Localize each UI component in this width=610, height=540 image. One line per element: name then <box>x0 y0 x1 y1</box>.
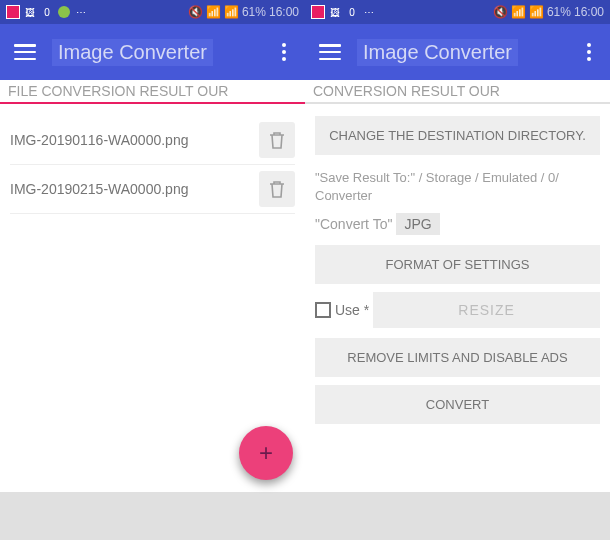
settings-panel: CHANGE THE DESTINATION DIRECTORY. "Save … <box>305 104 610 492</box>
convert-to-row: "Convert To" JPG <box>315 213 600 235</box>
notif-icon-3: 0 <box>40 5 54 19</box>
list-item[interactable]: IMG-20190215-WA0000.png <box>10 165 295 214</box>
section-header: FILE CONVERSION RESULT OUR <box>0 80 305 104</box>
trash-icon <box>268 179 286 199</box>
signal-icon: 📶 <box>224 5 239 19</box>
convert-button[interactable]: CONVERT <box>315 385 600 424</box>
battery-text: 61% <box>242 5 266 19</box>
format-settings-button[interactable]: FORMAT OF SETTINGS <box>315 245 600 284</box>
more-menu-icon[interactable] <box>582 43 596 61</box>
resize-button[interactable]: RESIZE <box>373 292 600 328</box>
time-text: 16:00 <box>269 5 299 19</box>
list-item[interactable]: IMG-20190116-WA0000.png <box>10 116 295 165</box>
change-destination-button[interactable]: CHANGE THE DESTINATION DIRECTORY. <box>315 116 600 155</box>
delete-button[interactable] <box>259 122 295 158</box>
use-row: Use * RESIZE <box>315 292 600 328</box>
delete-button[interactable] <box>259 171 295 207</box>
notif-icon-3: 0 <box>345 5 359 19</box>
file-name: IMG-20190215-WA0000.png <box>10 181 249 197</box>
mute-icon: 🔇 <box>188 5 203 19</box>
wifi-icon: 📶 <box>511 5 526 19</box>
app-title: Image Converter <box>357 39 518 66</box>
notif-icon-1 <box>311 5 325 19</box>
plus-icon: + <box>259 439 273 467</box>
signal-icon: 📶 <box>529 5 544 19</box>
notif-icon-4 <box>57 5 71 19</box>
more-menu-icon[interactable] <box>277 43 291 61</box>
hamburger-icon[interactable] <box>14 44 36 60</box>
left-screen: 🖼 0 ⋯ 🔇 📶 📶 61% 16:00 Image Converter FI… <box>0 0 305 540</box>
remove-limits-button[interactable]: REMOVE LIMITS AND DISABLE ADS <box>315 338 600 377</box>
add-fab-button[interactable]: + <box>239 426 293 480</box>
notif-icon-2: 🖼 <box>328 5 342 19</box>
convert-to-label: "Convert To" <box>315 216 392 232</box>
right-screen: 🖼 0 ⋯ 🔇 📶 📶 61% 16:00 Image Converter CO… <box>305 0 610 540</box>
app-title: Image Converter <box>52 39 213 66</box>
wifi-icon: 📶 <box>206 5 221 19</box>
app-bar: Image Converter <box>305 24 610 80</box>
use-checkbox[interactable] <box>315 302 331 318</box>
time-text: 16:00 <box>574 5 604 19</box>
status-bar: 🖼 0 ⋯ 🔇 📶 📶 61% 16:00 <box>305 0 610 24</box>
bottom-bar <box>0 492 305 540</box>
convert-to-value[interactable]: JPG <box>396 213 439 235</box>
app-bar: Image Converter <box>0 24 305 80</box>
mute-icon: 🔇 <box>493 5 508 19</box>
use-label: Use * <box>335 302 369 318</box>
trash-icon <box>268 130 286 150</box>
notif-icon-5: ⋯ <box>74 5 88 19</box>
notif-icon-5: ⋯ <box>362 5 376 19</box>
save-result-text: "Save Result To:" / Storage / Emulated /… <box>315 169 600 205</box>
notif-icon-2: 🖼 <box>23 5 37 19</box>
file-name: IMG-20190116-WA0000.png <box>10 132 249 148</box>
battery-text: 61% <box>547 5 571 19</box>
bottom-bar <box>305 492 610 540</box>
notif-icon-1 <box>6 5 20 19</box>
section-header: CONVERSION RESULT OUR <box>305 80 610 104</box>
status-bar: 🖼 0 ⋯ 🔇 📶 📶 61% 16:00 <box>0 0 305 24</box>
hamburger-icon[interactable] <box>319 44 341 60</box>
